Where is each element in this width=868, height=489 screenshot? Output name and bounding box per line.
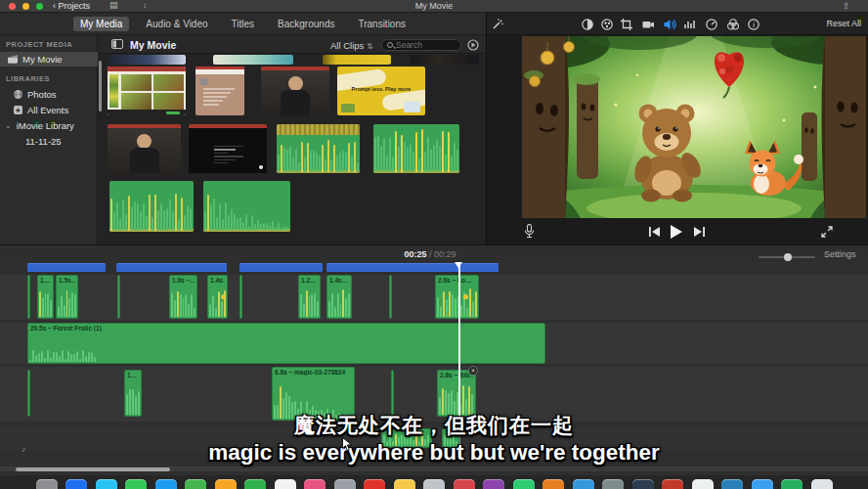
dock-app-icon[interactable]	[155, 479, 177, 489]
dock-app-icon[interactable]	[125, 479, 147, 489]
sidebar-toggle-icon[interactable]	[111, 39, 123, 49]
media-thumbnail-person[interactable]	[261, 67, 329, 115]
title-bar-clip[interactable]	[27, 263, 106, 272]
title-bar-clip[interactable]	[239, 263, 323, 272]
clip-sliver[interactable]	[239, 275, 242, 319]
dock-app-icon[interactable]	[752, 479, 773, 489]
media-thumbnail-web-bears[interactable]	[108, 67, 186, 115]
dock-app-icon[interactable]	[602, 479, 624, 489]
timeline-clip[interactable]: 1…	[37, 275, 54, 319]
color-correction-icon[interactable]	[600, 18, 614, 31]
playhead[interactable]	[458, 262, 460, 422]
timeline-clip[interactable]: 1.4s…	[326, 275, 352, 319]
clip-sliver[interactable]	[389, 275, 392, 319]
previous-frame-button[interactable]	[649, 227, 660, 237]
sidebar-item-imovie-library[interactable]: ⌄ iMovie Library	[0, 118, 98, 133]
timeline-clip[interactable]: 1.9s ~…	[169, 275, 197, 319]
timeline-clip[interactable]	[381, 428, 432, 448]
dock-app-icon[interactable]	[573, 479, 594, 489]
clip-sliver[interactable]	[117, 275, 120, 319]
timeline-settings-button[interactable]: Settings	[824, 249, 856, 259]
clip-sliver[interactable]	[391, 370, 394, 417]
title-bar-clip[interactable]	[326, 263, 499, 272]
browser-scrollbar[interactable]	[99, 61, 102, 111]
fullscreen-icon[interactable]	[821, 226, 833, 238]
noise-reduction-icon[interactable]	[683, 18, 697, 31]
timeline-clip[interactable]: 2.6s ~ Lo…	[435, 275, 479, 319]
clip-effect-badge[interactable]: ✕	[468, 366, 478, 376]
timeline-clip[interactable]: 1.2…	[298, 275, 321, 319]
media-thumbnail-yellow-site[interactable]: Prompt less. Play more	[337, 67, 425, 115]
title-bar-clip[interactable]	[116, 263, 227, 272]
dock-app-icon[interactable]	[483, 479, 504, 489]
dock-app-icon[interactable]	[215, 479, 237, 489]
crop-icon[interactable]	[620, 18, 633, 31]
tab-titles[interactable]: Titles	[225, 17, 262, 31]
dock-app-icon[interactable]	[454, 479, 475, 489]
dock-app-icon[interactable]	[36, 479, 58, 489]
dock-app-icon[interactable]	[423, 479, 445, 489]
play-button[interactable]	[671, 225, 682, 239]
music-clip[interactable]: 29.5s ~ Forest Frolic (1)	[27, 323, 545, 364]
stabilization-camera-icon[interactable]	[641, 18, 655, 31]
share-icon[interactable]: ⇧	[843, 1, 850, 11]
zoom-slider-thumb[interactable]	[784, 253, 792, 261]
clip-filter-dropdown[interactable]: All Clips ⇅	[330, 40, 373, 51]
dock-app-icon[interactable]	[65, 479, 87, 489]
disclosure-chevron-icon[interactable]: ⌄	[5, 121, 12, 130]
media-thumbnail-strip-blue[interactable]	[108, 55, 186, 65]
reset-all-button[interactable]: Reset All	[826, 19, 861, 28]
dock-app-icon[interactable]	[185, 479, 206, 489]
media-thumbnail-audio-decay[interactable]	[203, 181, 290, 232]
sidebar-item-all-events[interactable]: ★ All Events	[0, 103, 98, 117]
clip-sliver[interactable]	[27, 275, 30, 319]
tab-my-media[interactable]: My Media	[73, 17, 129, 31]
dock-app-icon[interactable]	[721, 479, 743, 489]
search-input[interactable]: Search	[381, 39, 461, 51]
media-thumbnail-person[interactable]	[108, 124, 181, 173]
tab-backgrounds[interactable]: Backgrounds	[271, 17, 341, 31]
dock-app-icon[interactable]	[304, 479, 326, 489]
timeline-clip[interactable]: 6.8s ~ magic-03-278824	[272, 367, 355, 421]
timeline-clip[interactable]: 2.8s ~ Bib…	[437, 370, 476, 417]
timeline-clip[interactable]	[442, 428, 459, 448]
dock-app-icon[interactable]	[632, 479, 654, 489]
media-thumbnail-strip-people[interactable]	[411, 55, 479, 65]
dock-app-icon[interactable]	[781, 479, 803, 489]
timeline-clip[interactable]: 1…	[124, 370, 142, 417]
media-thumbnail-audio-band[interactable]	[277, 124, 360, 173]
volume-icon[interactable]	[663, 18, 676, 31]
filters-icon[interactable]	[726, 18, 740, 31]
dock-app-icon[interactable]	[513, 479, 535, 489]
next-frame-button[interactable]	[694, 227, 705, 237]
timeline-scrollbar-thumb[interactable]	[16, 467, 170, 471]
tab-audio-video[interactable]: Audio & Video	[139, 17, 214, 31]
dock-app-icon[interactable]	[96, 479, 117, 489]
dock-app-icon[interactable]	[364, 479, 385, 489]
media-thumbnail-audio-spikes[interactable]	[373, 124, 459, 173]
clip-sliver[interactable]	[27, 370, 30, 417]
timeline-zoom-slider[interactable]	[759, 256, 815, 258]
timeline-clip[interactable]: 1.4s…	[207, 275, 228, 319]
color-balance-icon[interactable]	[581, 18, 594, 31]
circled-arrow-icon[interactable]	[467, 39, 479, 51]
sidebar-item-event-date[interactable]: 11-11-25	[0, 134, 98, 149]
dock-app-icon[interactable]	[811, 479, 833, 489]
media-thumbnail-code[interactable]	[189, 124, 267, 173]
media-thumbnail-strip-yellow[interactable]	[323, 55, 391, 65]
dock-app-icon[interactable]	[542, 479, 564, 489]
media-thumbnail-strip-grad[interactable]	[213, 55, 293, 65]
timeline-clip[interactable]: 1.5s…	[56, 275, 78, 319]
enhance-wand-icon[interactable]	[491, 18, 504, 31]
speed-icon[interactable]	[705, 18, 718, 31]
dock-app-icon[interactable]	[692, 479, 714, 489]
dock-app-icon[interactable]	[662, 479, 683, 489]
clip-info-icon[interactable]: i	[747, 18, 760, 31]
sidebar-item-my-movie[interactable]: My Movie	[0, 52, 98, 67]
dock-app-icon[interactable]	[394, 479, 415, 489]
media-thumbnail-note[interactable]	[195, 67, 244, 115]
media-thumbnail-audio-plain[interactable]	[109, 181, 194, 232]
tab-transitions[interactable]: Transitions	[351, 17, 412, 31]
sidebar-item-photos[interactable]: Photos	[0, 87, 98, 102]
dock-app-icon[interactable]	[334, 479, 356, 489]
